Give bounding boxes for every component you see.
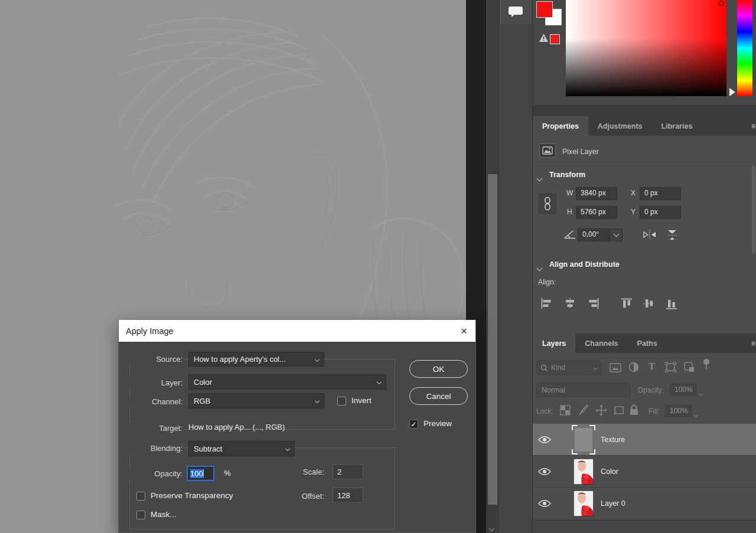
photoshop-window: Properties Adjustments Libraries ≡ Pixel… [0, 0, 756, 533]
offset-label: Offset: [278, 491, 325, 501]
layer-dropdown[interactable]: Color [188, 374, 386, 390]
dialog-titlebar[interactable]: Apply Image × [119, 320, 475, 342]
panel-menu-icon[interactable]: ≡ [751, 333, 756, 353]
transform-header: Transform [549, 171, 585, 179]
layer-row-color[interactable]: Color [533, 456, 756, 488]
hue-ramp[interactable] [737, 0, 752, 96]
comments-panel-tab[interactable] [500, 0, 531, 24]
mask-label: Mask... [151, 510, 177, 519]
filter-pin-icon[interactable] [703, 359, 710, 371]
y-field[interactable]: 0 px [640, 206, 681, 219]
filter-smart-objects-icon[interactable] [684, 362, 695, 372]
tab-layers[interactable]: Layers [533, 333, 575, 353]
align-vertical-centers-icon[interactable] [644, 297, 654, 310]
width-field[interactable]: 3840 px [576, 187, 617, 200]
layer-thumbnail[interactable] [573, 427, 594, 453]
tab-adjustments[interactable]: Adjustments [588, 116, 652, 136]
panel-menu-icon[interactable]: ≡ [751, 116, 756, 136]
filter-pixel-layers-icon[interactable] [610, 363, 621, 372]
divider [533, 165, 756, 166]
source-label: Source: [129, 354, 184, 364]
gamut-nearest-color-swatch[interactable] [550, 34, 560, 44]
photo-thumbnail [573, 491, 594, 516]
rotation-field[interactable]: 0,00° [578, 228, 610, 241]
panel-seam [533, 105, 756, 116]
chain-link-icon [543, 197, 552, 211]
hue-slider-pointer[interactable] [729, 88, 735, 96]
flip-vertical-icon[interactable] [666, 229, 678, 241]
layer-name: Texture [601, 436, 625, 444]
tab-channels[interactable]: Channels [575, 333, 627, 353]
color-field-marker[interactable] [719, 1, 724, 6]
align-horizontal-centers-icon[interactable] [563, 298, 576, 309]
preview-checkbox[interactable]: ✓ [409, 420, 418, 429]
close-icon[interactable]: × [461, 325, 467, 336]
preserve-transparency-checkbox[interactable] [136, 492, 145, 501]
layer-thumbnail[interactable] [573, 459, 594, 485]
cancel-button[interactable]: Cancel [409, 387, 468, 405]
pixel-layer-label: Pixel Layer [562, 148, 599, 156]
filter-adjustment-layers-icon[interactable] [628, 362, 639, 372]
lock-position-icon[interactable] [595, 404, 607, 416]
scrollbar-down-arrow[interactable] [490, 525, 494, 532]
rotation-dropdown-button[interactable] [610, 228, 623, 241]
layers-opacity-value[interactable]: 100% [670, 384, 697, 396]
layers-tabbar: Layers Channels Paths ≡ [533, 333, 756, 353]
target-label: Target: [129, 423, 184, 433]
visibility-eye-icon[interactable] [538, 436, 551, 444]
layer-row-texture[interactable]: Texture [533, 424, 756, 456]
scale-label: Scale: [278, 467, 325, 477]
flip-horizontal-icon[interactable] [643, 230, 657, 240]
layers-panel-footer [533, 520, 756, 533]
filter-type-layers-icon[interactable]: T [649, 361, 655, 372]
layer-name: Color [601, 467, 618, 476]
saturation-brightness-field[interactable] [566, 0, 726, 96]
opacity-unit: % [224, 469, 231, 478]
lock-transparency-icon[interactable] [560, 405, 571, 416]
scale-input[interactable]: 2 [333, 464, 363, 479]
align-bottom-edges-icon[interactable] [666, 297, 677, 310]
source-dropdown[interactable]: How to apply Aperty’s col... [188, 352, 324, 367]
document-scrollbar[interactable] [486, 0, 500, 533]
visibility-eye-icon[interactable] [538, 499, 551, 508]
tab-paths[interactable]: Paths [628, 333, 667, 353]
align-left-edges-icon[interactable] [541, 298, 554, 309]
lock-paint-brush-icon[interactable] [578, 404, 588, 416]
invert-checkbox[interactable] [337, 397, 346, 406]
blend-mode-select[interactable]: Normal [536, 382, 631, 397]
height-field[interactable]: 5760 px [576, 206, 617, 219]
filter-kind-label: Kind [551, 364, 565, 372]
blending-label: Blending: [129, 443, 184, 453]
opacity-input[interactable]: 100 [187, 466, 214, 481]
fill-dropdown-chevron[interactable] [695, 408, 698, 419]
scrollbar-thumb[interactable] [488, 174, 497, 505]
opacity-dropdown-chevron[interactable] [699, 387, 702, 398]
dialog-title: Apply Image [126, 326, 174, 336]
fill-value[interactable]: 100% [665, 405, 692, 417]
align-top-edges-icon[interactable] [621, 298, 632, 310]
layer-filter-search[interactable]: Kind [536, 360, 601, 375]
offset-input[interactable]: 128 [333, 488, 363, 503]
link-dimensions-button[interactable] [538, 193, 556, 214]
channel-dropdown[interactable]: RGB [188, 393, 324, 408]
layer-row-layer0[interactable]: Layer 0 [533, 488, 756, 519]
layer-thumbnail[interactable] [573, 491, 594, 516]
mask-checkbox[interactable] [136, 511, 145, 519]
transform-collapse-chevron[interactable] [537, 172, 542, 183]
blending-dropdown[interactable]: Subtract [188, 441, 295, 456]
comment-bubble-icon [508, 6, 523, 18]
gamut-warning-icon [539, 33, 549, 42]
visibility-eye-icon[interactable] [538, 467, 551, 476]
ok-button[interactable]: OK [409, 360, 468, 378]
align-collapse-chevron[interactable] [537, 262, 542, 273]
filter-shape-layers-icon[interactable] [665, 362, 676, 372]
y-label: Y [631, 208, 636, 216]
align-right-edges-icon[interactable] [586, 298, 599, 309]
panel-scrollbar-thumb[interactable] [752, 165, 755, 254]
foreground-color-swatch[interactable] [536, 1, 553, 18]
tab-libraries[interactable]: Libraries [652, 116, 702, 136]
tab-properties[interactable]: Properties [533, 116, 588, 136]
lock-artboard-icon[interactable] [613, 406, 625, 415]
x-field[interactable]: 0 px [640, 187, 681, 200]
lock-all-icon[interactable] [630, 404, 638, 416]
